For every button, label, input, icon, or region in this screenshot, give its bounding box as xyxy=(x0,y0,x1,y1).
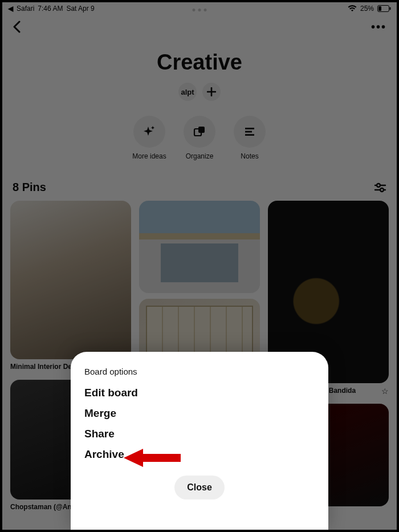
share-option[interactable]: Share xyxy=(84,428,315,440)
merge-option[interactable]: Merge xyxy=(84,407,315,420)
close-button[interactable]: Close xyxy=(174,476,225,499)
archive-option[interactable]: Archive xyxy=(84,448,315,461)
board-options-sheet: Board options Edit board Merge Share Arc… xyxy=(71,352,328,530)
sheet-title: Board options xyxy=(84,367,315,376)
sheet-options: Edit board Merge Share Archive xyxy=(84,387,315,461)
edit-board-option[interactable]: Edit board xyxy=(84,387,315,399)
screen: ◀ Safari 7:46 AM Sat Apr 9 25% ••• xyxy=(2,2,397,530)
device-frame: ◀ Safari 7:46 AM Sat Apr 9 25% ••• xyxy=(0,0,399,532)
